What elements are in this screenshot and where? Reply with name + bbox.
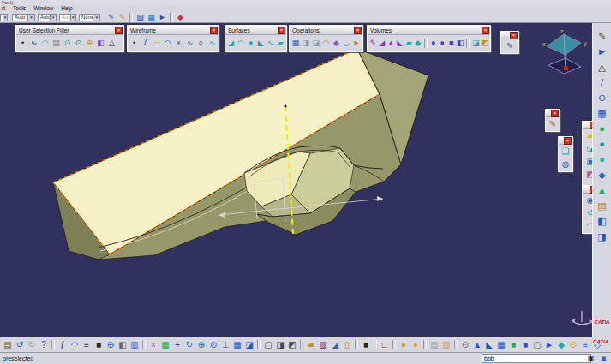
selection-sets-icon[interactable]: ◧ bbox=[95, 38, 106, 49]
toolbar-titlebar[interactable]: Volumes × bbox=[368, 26, 490, 35]
close-icon[interactable]: × bbox=[278, 27, 285, 34]
paint-brush-icon[interactable]: ✎ bbox=[105, 12, 117, 23]
zoom-in-icon[interactable]: ⊕ bbox=[195, 339, 207, 351]
toolbar-user-selection-filter[interactable]: User Selection Filter × •∿◠▤⊙⊙⊕◧△ bbox=[15, 25, 124, 52]
copy-icon[interactable]: ▤ bbox=[428, 339, 440, 351]
find-zoom-icon[interactable]: ⊙ bbox=[567, 339, 579, 351]
green-sphere-icon[interactable]: ● bbox=[596, 136, 609, 152]
swap-visible-icon[interactable]: ■ bbox=[93, 339, 105, 351]
toolbar-titlebar[interactable]: Wireframe × bbox=[128, 26, 219, 35]
plane-icon[interactable]: ▱ bbox=[151, 38, 162, 49]
green-box-icon[interactable]: ■ bbox=[507, 339, 519, 351]
close-icon[interactable]: × bbox=[551, 110, 559, 117]
insert-boxed-icon[interactable]: ▣ bbox=[584, 155, 592, 168]
blue-box-icon[interactable]: ■ bbox=[519, 339, 531, 351]
close-icon[interactable]: × bbox=[482, 27, 489, 34]
rotate-icon[interactable]: ↻ bbox=[183, 339, 195, 351]
window-layout-icon[interactable]: ▥ bbox=[129, 339, 141, 351]
snap-grid-icon[interactable]: ▦ bbox=[495, 339, 507, 351]
sweep-icon[interactable]: ∿ bbox=[266, 38, 276, 49]
striped-box-icon[interactable]: ▨ bbox=[317, 339, 329, 351]
collaboration-icon[interactable]: ◆ bbox=[175, 12, 186, 23]
circle-icon[interactable]: ○ bbox=[195, 38, 207, 49]
camera-icon[interactable]: ■ bbox=[360, 339, 372, 351]
paste-icon[interactable]: ▥ bbox=[440, 339, 452, 351]
offset-icon[interactable]: ◣ bbox=[256, 38, 267, 49]
projection-icon[interactable]: ◠ bbox=[162, 38, 173, 49]
compass-origin[interactable] bbox=[564, 66, 568, 70]
toolbar-analysis-mini[interactable]: × ❏◍ bbox=[558, 136, 573, 172]
volume-union-icon[interactable]: ◪ bbox=[471, 38, 480, 49]
menu-window[interactable]: Window bbox=[33, 5, 53, 12]
iso-view-icon[interactable]: ◪ bbox=[243, 339, 255, 351]
split-icon[interactable]: ◨ bbox=[301, 38, 311, 49]
formula-icon[interactable]: ƒ bbox=[57, 339, 69, 351]
menu-help[interactable]: Help bbox=[61, 5, 72, 12]
catalog-icon[interactable]: ▤ bbox=[2, 339, 14, 351]
insert-plane-icon[interactable]: ▰ bbox=[584, 129, 592, 142]
translate-icon[interactable]: ► bbox=[351, 38, 362, 49]
pointer-flash-icon[interactable]: ► bbox=[157, 12, 168, 23]
chevron-down-icon[interactable]: ▾ bbox=[93, 15, 99, 21]
close-icon[interactable]: × bbox=[510, 32, 518, 39]
view-box1-icon[interactable]: ◧ bbox=[596, 213, 609, 229]
filter-combo-4[interactable]: None▾ bbox=[79, 14, 100, 21]
insert-pink-icon[interactable]: ◩ bbox=[584, 168, 592, 181]
gauge-icon[interactable]: ◠ bbox=[584, 219, 592, 232]
zoom-out-icon[interactable]: ⊙ bbox=[207, 339, 219, 351]
catalog-book-icon[interactable]: ▤ bbox=[596, 198, 609, 213]
intersection-icon[interactable]: × bbox=[173, 38, 184, 49]
filter-combo-1[interactable]: Auto▾ bbox=[12, 14, 35, 21]
green-sphere2-icon[interactable]: ● bbox=[596, 152, 609, 167]
volume-box2-icon[interactable]: ◧ bbox=[456, 38, 464, 49]
update-cycle-icon[interactable]: ↺ bbox=[584, 206, 592, 219]
globe-icon[interactable]: ● bbox=[596, 121, 609, 136]
measure-icon[interactable]: ∟ bbox=[379, 339, 391, 351]
cursor-flash-icon[interactable]: ► bbox=[543, 339, 555, 351]
message-icon[interactable]: ◠ bbox=[69, 339, 81, 351]
view-box2-icon[interactable]: ◨ bbox=[596, 229, 609, 244]
reflect-line-icon[interactable]: ∿ bbox=[184, 38, 195, 49]
catalog-browser-icon[interactable]: ● bbox=[398, 339, 410, 351]
close-icon[interactable]: × bbox=[564, 137, 572, 145]
volume-sphere-icon[interactable]: ● bbox=[429, 38, 438, 49]
toolbar-titlebar[interactable]: User Selection Filter × bbox=[16, 26, 123, 35]
toolbar-wireframe[interactable]: Wireframe × •/▱◠×∿○∿ bbox=[127, 25, 219, 52]
insert-surface-icon[interactable]: ◪ bbox=[584, 142, 592, 155]
toolbar-sketcher-mini[interactable]: × ✎ bbox=[500, 31, 519, 54]
macro-run-icon[interactable]: △ bbox=[596, 59, 609, 75]
apply-material-icon[interactable]: ▰ bbox=[305, 339, 317, 351]
point-icon[interactable]: • bbox=[129, 38, 140, 49]
spline-icon[interactable]: ∿ bbox=[207, 38, 218, 49]
3d-viewport[interactable]: z x y User Selection Filter × •∿◠▤⊙⊙⊕◧△ … bbox=[0, 23, 592, 337]
sphere-icon[interactable]: ● bbox=[246, 38, 256, 49]
fillet-icon[interactable]: ◡ bbox=[341, 38, 351, 49]
extract-icon[interactable]: ◆ bbox=[331, 38, 341, 49]
surface-mountain-icon[interactable]: ▲ bbox=[596, 182, 609, 198]
point-filter-icon[interactable]: • bbox=[17, 38, 28, 49]
fill-icon[interactable]: ▰ bbox=[276, 38, 286, 49]
zoom-ball-icon[interactable]: ◉ bbox=[584, 194, 592, 206]
net-conference-icon[interactable]: ▦ bbox=[146, 12, 157, 23]
grid-snap-icon[interactable]: ▦ bbox=[596, 105, 609, 121]
spray-brush-icon[interactable]: ✎ bbox=[117, 12, 128, 23]
redo-icon[interactable]: ↻ bbox=[26, 339, 38, 351]
select-pen-icon[interactable]: ✎ bbox=[596, 28, 609, 44]
analysis-ball-icon[interactable]: ◍ bbox=[559, 158, 572, 170]
revolve-icon[interactable]: ◠ bbox=[237, 38, 247, 49]
toolbar-measure-mini[interactable]: × ◉↺◠ bbox=[582, 185, 592, 234]
menu-tools[interactable]: Tools bbox=[13, 5, 26, 12]
seat-posture-icon[interactable]: ◣ bbox=[483, 339, 495, 351]
sketch-tool-icon[interactable]: ✎ bbox=[503, 39, 517, 52]
catalog-browser2-icon[interactable]: ● bbox=[410, 339, 422, 351]
marquee-select-icon[interactable]: ▢ bbox=[531, 339, 543, 351]
whats-this-icon[interactable]: ? bbox=[38, 339, 50, 351]
stack-icon[interactable]: ≡ bbox=[579, 339, 591, 351]
volume-sphere2-icon[interactable]: ● bbox=[438, 38, 446, 49]
undo-icon[interactable]: ↺ bbox=[14, 339, 26, 351]
analysis-box-icon[interactable]: ❏ bbox=[559, 145, 572, 158]
toolbar-volumes[interactable]: Volumes × ✎◢▲◣▰◆●●■◧◪◩ bbox=[367, 25, 491, 52]
exchange-icon[interactable]: ▧ bbox=[135, 12, 146, 23]
join-icon[interactable]: ▦ bbox=[291, 38, 301, 49]
cylinder-icon[interactable]: ▯ bbox=[341, 339, 353, 351]
